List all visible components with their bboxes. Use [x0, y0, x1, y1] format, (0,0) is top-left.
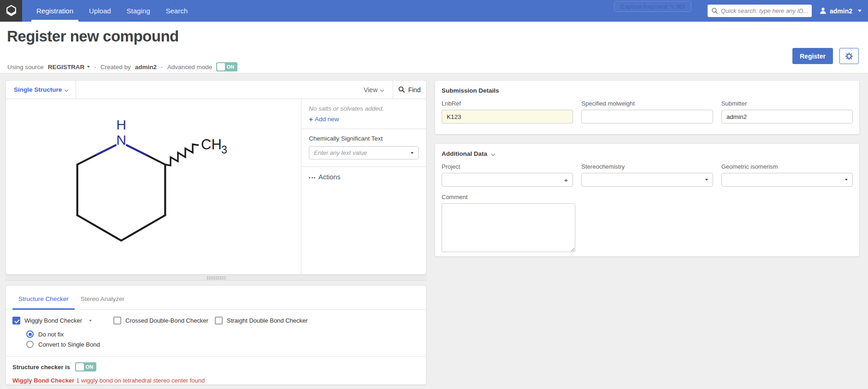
crossed-double-bond-checker-option[interactable]: Crossed Double-Bond Checker	[113, 317, 215, 324]
specified-molweight-input[interactable]	[586, 113, 708, 120]
tab-label: Stereo Analyzer	[81, 295, 124, 302]
project-field: Project +	[442, 163, 573, 187]
salts-section: No salts or solvates added. + Add new	[301, 99, 426, 129]
checkbox-unchecked[interactable]	[113, 317, 121, 324]
field-label: Stereochemistry	[581, 163, 713, 170]
tab-stereo-analyzer[interactable]: Stereo Analyzer	[75, 295, 130, 309]
advanced-mode-label: Advanced mode	[167, 64, 213, 71]
radio-label: Convert to Single Bond	[38, 341, 100, 348]
stereochemistry-input[interactable]	[586, 177, 702, 183]
chevron-down-icon	[380, 88, 384, 91]
dropdown-arrow-icon[interactable]	[411, 152, 413, 154]
field-label: Submitter	[721, 100, 853, 107]
dropdown-arrow-icon[interactable]	[845, 179, 848, 181]
page-header: Register new compound Using source REGIS…	[0, 22, 868, 73]
nav-item-staging[interactable]: Staging	[119, 0, 158, 22]
error-text: 1 wiggly bond on tetrahedral stereo cent…	[76, 377, 205, 384]
additional-data-title-label: Additional Data	[442, 150, 487, 157]
lnbref-input[interactable]	[447, 113, 568, 120]
radio-convert-to-single-bond[interactable]: Convert to Single Bond	[26, 339, 426, 349]
additional-data-title[interactable]: Additional Data	[442, 150, 853, 157]
radio-do-not-fix[interactable]: Do not fix	[26, 329, 426, 339]
actions-menu[interactable]: Actions	[301, 167, 426, 187]
chemically-significant-text-section: Chemically Significant Text	[301, 129, 426, 166]
quick-search-input[interactable]	[721, 7, 808, 14]
search-icon	[398, 86, 405, 93]
structure-checker-toggle[interactable]: ON	[75, 362, 96, 371]
structure-editor-toolbar: Single Structure View Find	[6, 81, 426, 99]
chevron-down-icon	[65, 88, 68, 91]
view-menu[interactable]: View	[364, 86, 384, 94]
chevron-down-icon	[858, 10, 862, 12]
geometric-isomerism-field: Geometric isomerism	[721, 163, 853, 187]
geometric-isomerism-input[interactable]	[726, 177, 842, 183]
find-label: Find	[408, 86, 420, 94]
settings-button[interactable]	[839, 48, 859, 64]
toggle-state-label: ON	[227, 64, 235, 70]
checkbox-label: Wiggly Bond Checker	[24, 317, 82, 324]
search-icon	[711, 7, 718, 14]
toggle-knob	[76, 363, 84, 371]
toggle-state-label: ON	[86, 364, 94, 370]
dropdown-arrow-icon[interactable]	[705, 179, 708, 181]
atom-label-ch: CH	[201, 136, 222, 153]
nav-item-registration[interactable]: Registration	[29, 0, 81, 22]
stereochemistry-select[interactable]	[581, 173, 713, 187]
checkbox-label: Crossed Double-Bond Checker	[125, 317, 208, 324]
dropdown-arrow-icon[interactable]	[89, 320, 92, 322]
geometric-isomerism-select[interactable]	[721, 173, 853, 187]
find-button[interactable]: Find	[393, 81, 426, 99]
drag-handle-icon	[207, 276, 226, 279]
project-input[interactable]	[447, 177, 561, 183]
submitter-input[interactable]	[726, 113, 848, 120]
advanced-mode-toggle[interactable]: ON	[216, 62, 237, 71]
structure-mode-selector[interactable]: Single Structure	[6, 81, 76, 99]
using-source-label: Using source	[7, 64, 44, 71]
radio-unselected[interactable]	[26, 341, 34, 348]
checkbox-unchecked[interactable]	[215, 317, 223, 324]
atom-label-ch-subscript: 3	[221, 144, 227, 156]
field-label: Specified molweight	[581, 100, 713, 107]
capture-fragment-button[interactable]: Capture fragment ⌥⌘5	[614, 1, 691, 12]
toggle-knob	[217, 63, 225, 71]
submission-details-title: Submission Details	[442, 87, 853, 94]
wiggly-bond-checker-option[interactable]: Wiggly Bond Checker	[12, 317, 113, 324]
user-name: admin2	[830, 7, 852, 15]
checker-tabs: Structure Checker Stereo Analyzer	[6, 286, 426, 310]
nav-item-label: Registration	[36, 7, 73, 15]
structure-canvas[interactable]: H N CH 3	[6, 99, 301, 274]
comment-textarea[interactable]	[442, 203, 575, 252]
quick-search-box[interactable]	[708, 5, 812, 17]
atom-label-n: N	[116, 132, 126, 147]
source-value: REGISTRAR	[48, 64, 85, 71]
structure-mode-label: Single Structure	[14, 86, 62, 93]
actions-label: Actions	[319, 173, 341, 181]
checker-options-row: Wiggly Bond Checker Crossed Double-Bond …	[6, 310, 426, 324]
register-button[interactable]: Register	[792, 48, 833, 64]
nav-item-search[interactable]: Search	[158, 0, 195, 22]
radio-selected[interactable]	[26, 330, 34, 338]
submission-details-card: Submission Details LnbRef Specified molw…	[435, 80, 860, 135]
app-logo[interactable]	[0, 0, 22, 22]
error-source: Wiggly Bond Checker	[12, 377, 74, 384]
nav-item-upload[interactable]: Upload	[81, 0, 119, 22]
field-label: Project	[442, 163, 573, 170]
submitter-field: Submitter	[721, 100, 853, 124]
panel-splitter[interactable]	[6, 275, 426, 281]
source-selector[interactable]: REGISTRAR	[48, 64, 90, 71]
add-project-icon[interactable]: +	[561, 176, 568, 184]
gear-icon	[845, 52, 853, 60]
separator: ·	[161, 64, 163, 71]
plus-icon: +	[309, 115, 313, 123]
salts-empty-text: No salts or solvates added.	[309, 105, 419, 112]
structure-side-panel: No salts or solvates added. + Add new Ch…	[301, 99, 426, 274]
checkbox-checked[interactable]	[12, 317, 20, 324]
structure-checker-card: Structure Checker Stereo Analyzer Wiggly…	[6, 285, 426, 385]
straight-double-bond-checker-option[interactable]: Straight Double Bond Checker	[215, 317, 308, 324]
capture-fragment-label: Capture fragment ⌥⌘5	[620, 3, 685, 10]
add-salt-button[interactable]: + Add new	[309, 115, 419, 123]
user-menu[interactable]: admin2	[819, 7, 862, 15]
tab-structure-checker[interactable]: Structure Checker	[12, 295, 75, 309]
cst-combobox[interactable]	[309, 146, 419, 159]
cst-input[interactable]	[314, 149, 408, 156]
